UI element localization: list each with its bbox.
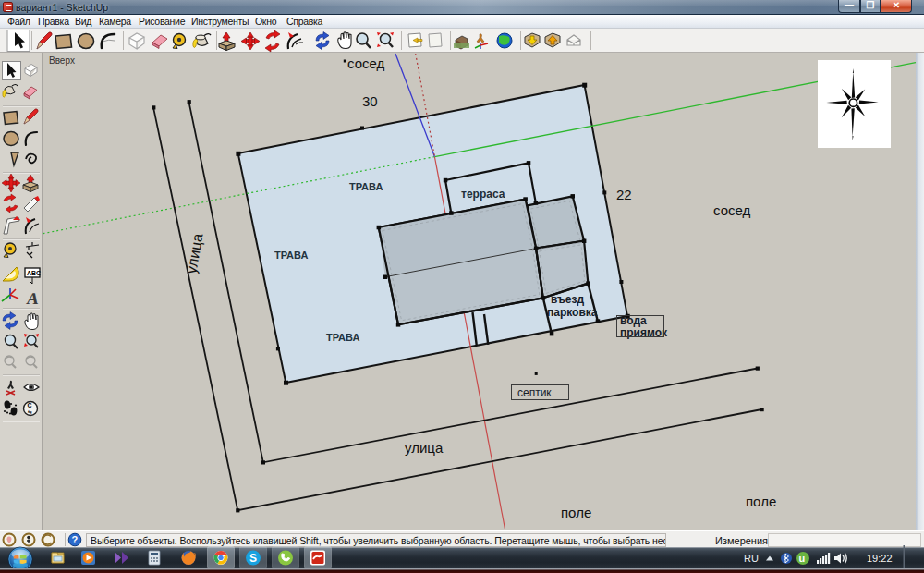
svg-text:парковка: парковка (547, 306, 598, 319)
svg-text:u: u (799, 553, 806, 564)
svg-text:улица: улица (405, 440, 444, 456)
svg-text:30: 30 (362, 93, 378, 109)
svg-text:септик: септик (517, 386, 552, 399)
svg-text:Вверх: Вверх (49, 55, 75, 66)
svg-text:терраса: терраса (461, 188, 505, 201)
svg-text:RU: RU (744, 553, 759, 564)
svg-text:?: ? (72, 534, 79, 545)
svg-text:въезд: въезд (551, 293, 584, 306)
svg-text:ТРАВА: ТРАВА (349, 181, 383, 192)
svg-text:19:22: 19:22 (867, 553, 893, 564)
svg-text:S: S (249, 552, 257, 565)
svg-text:сосед: сосед (347, 55, 385, 71)
svg-text:⇆: ⇆ (28, 409, 32, 415)
svg-text:C: C (28, 402, 32, 408)
svg-text:ТРАВА: ТРАВА (326, 332, 359, 343)
svg-text:22: 22 (616, 187, 632, 202)
svg-text:поле: поле (561, 505, 591, 520)
svg-text:сосед: сосед (713, 202, 751, 218)
svg-text:вода: вода (620, 314, 647, 327)
svg-text:A: A (25, 289, 40, 308)
svg-text:поле: поле (746, 494, 776, 509)
svg-text:ТРАВА: ТРАВА (274, 250, 308, 261)
svg-text:ABC: ABC (27, 270, 41, 276)
